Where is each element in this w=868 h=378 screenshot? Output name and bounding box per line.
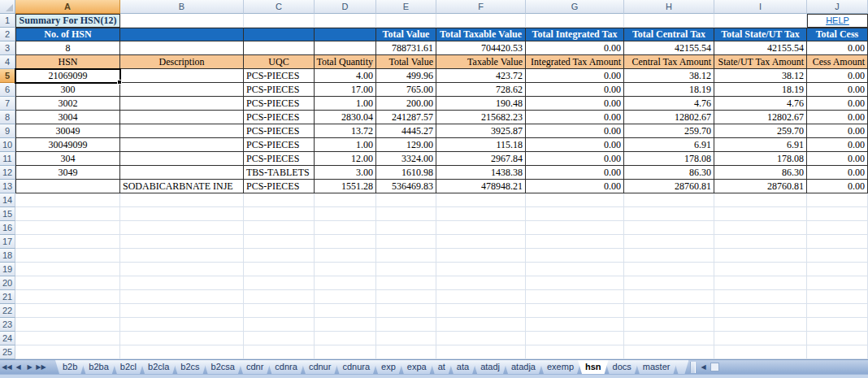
cell-J3[interactable]: 0.00 [807,41,868,55]
sheet-tab-master[interactable]: master [636,360,678,374]
sheet-tab-atadj[interactable]: atadj [473,360,507,374]
row-header-17[interactable]: 17 [0,235,15,249]
cell-I12[interactable]: 86.30 [714,166,807,180]
row-header-3[interactable]: 3 [0,41,15,55]
cell-D12[interactable]: 3.00 [315,166,376,180]
cell-D10[interactable]: 1.00 [315,138,376,152]
cell-D9[interactable]: 13.72 [315,124,376,138]
cell-B19[interactable] [120,263,244,276]
cell-J19[interactable] [807,263,868,276]
cell-A1[interactable]: Summary For HSN(12) [15,14,120,28]
cell-B20[interactable] [120,276,244,290]
cell-C1[interactable] [244,14,315,28]
row-header-14[interactable]: 14 [0,193,15,207]
cell-J16[interactable] [807,221,868,235]
cell-A17[interactable] [15,235,120,249]
cell-H19[interactable] [624,263,714,276]
cell-J6[interactable]: 0.00 [807,83,868,97]
cell-F19[interactable] [436,263,526,276]
cell-H25[interactable] [624,345,714,359]
cell-E21[interactable] [376,290,436,304]
cell-I10[interactable]: 6.91 [714,138,807,152]
tab-nav-first-icon[interactable]: ◀◀ [2,362,12,372]
cell-F18[interactable] [436,249,526,263]
cell-D1[interactable] [315,14,376,28]
cell-F17[interactable] [436,235,526,249]
cell-E23[interactable] [376,318,436,332]
cell-E15[interactable] [376,207,436,221]
cell-I13[interactable]: 28760.81 [714,180,807,193]
cell-A10[interactable]: 30049099 [15,138,120,152]
cell-B13[interactable]: SODABICARBNATE INJE [120,180,244,193]
row-header-20[interactable]: 20 [0,276,15,290]
sheet-tab-exp[interactable]: exp [374,360,403,374]
cell-F8[interactable]: 215682.23 [436,111,526,124]
cell-E4[interactable]: Total Value [376,55,436,69]
cell-H3[interactable]: 42155.54 [624,41,714,55]
cell-B5[interactable] [120,69,244,83]
cell-F23[interactable] [436,318,526,332]
cell-G1[interactable] [526,14,624,28]
cell-F10[interactable]: 115.18 [436,138,526,152]
sheet-tab-exemp[interactable]: exemp [540,360,581,374]
cell-I2[interactable]: Total State/UT Tax [714,28,807,41]
cell-E10[interactable]: 129.00 [376,138,436,152]
cell-J20[interactable] [807,276,868,290]
column-header-H[interactable]: H [624,0,714,14]
cell-G25[interactable] [526,345,624,359]
cell-D8[interactable]: 2830.04 [315,111,376,124]
cell-G20[interactable] [526,276,624,290]
cell-H12[interactable]: 86.30 [624,166,714,180]
cell-G3[interactable]: 0.00 [526,41,624,55]
cell-B4[interactable]: Description [120,55,244,69]
cell-C9[interactable]: PCS-PIECES [244,124,315,138]
cell-B3[interactable] [120,41,244,55]
cell-D13[interactable]: 1551.28 [315,180,376,193]
cell-E8[interactable]: 241287.57 [376,111,436,124]
cell-H16[interactable] [624,221,714,235]
sheet-tab-hsn[interactable]: hsn [578,360,609,374]
cell-J1[interactable]: HELP [807,14,868,28]
cell-B11[interactable] [120,152,244,166]
column-header-C[interactable]: C [244,0,315,14]
cell-I21[interactable] [714,290,807,304]
cell-E17[interactable] [376,235,436,249]
cell-A4[interactable]: HSN [15,55,120,69]
cell-G18[interactable] [526,249,624,263]
cell-B7[interactable] [120,97,244,111]
cell-A8[interactable]: 3004 [15,111,120,124]
cell-I24[interactable] [714,332,807,345]
cell-E24[interactable] [376,332,436,345]
cell-H9[interactable]: 259.70 [624,124,714,138]
cell-G7[interactable]: 0.00 [526,97,624,111]
sheet-tab-cdnura[interactable]: cdnura [335,360,377,374]
cell-E7[interactable]: 200.00 [376,97,436,111]
row-header-1[interactable]: 1 [0,14,15,28]
row-header-21[interactable]: 21 [0,290,15,304]
cell-E25[interactable] [376,345,436,359]
cell-B18[interactable] [120,249,244,263]
cell-J18[interactable] [807,249,868,263]
cell-G10[interactable]: 0.00 [526,138,624,152]
cell-J23[interactable] [807,318,868,332]
cell-C11[interactable]: PCS-PIECES [244,152,315,166]
cell-G17[interactable] [526,235,624,249]
cell-H5[interactable]: 38.12 [624,69,714,83]
sheet-tab-atadja[interactable]: atadja [504,360,543,374]
row-header-13[interactable]: 13 [0,180,15,193]
cell-G12[interactable]: 0.00 [526,166,624,180]
cell-B22[interactable] [120,304,244,318]
cell-F14[interactable] [436,193,526,207]
cell-H14[interactable] [624,193,714,207]
cell-D22[interactable] [315,304,376,318]
cell-F25[interactable] [436,345,526,359]
cell-J17[interactable] [807,235,868,249]
row-header-15[interactable]: 15 [0,207,15,221]
cell-D15[interactable] [315,207,376,221]
cell-F7[interactable]: 190.48 [436,97,526,111]
cell-B2[interactable] [120,28,244,41]
cell-G2[interactable]: Total Integrated Tax [526,28,624,41]
cell-C10[interactable]: PCS-PIECES [244,138,315,152]
cell-D11[interactable]: 12.00 [315,152,376,166]
sheet-tab-at[interactable]: at [431,360,453,374]
